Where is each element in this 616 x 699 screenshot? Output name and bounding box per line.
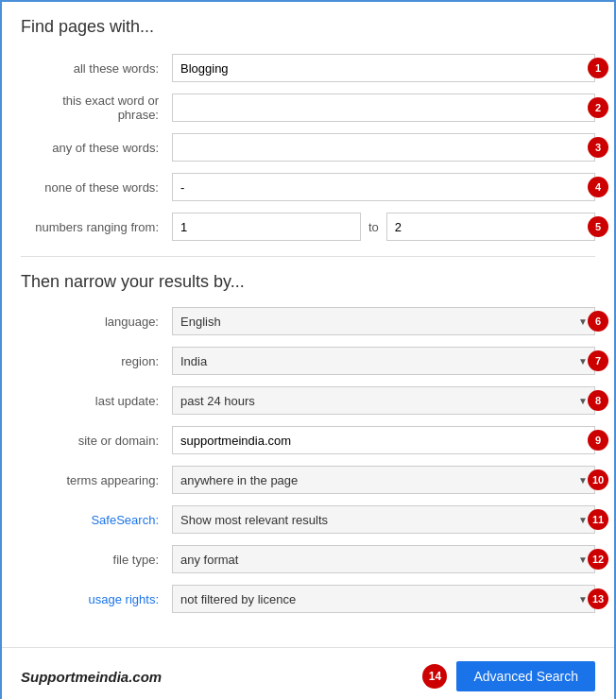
terms-appearing-label: terms appearing:: [21, 473, 172, 487]
file-type-row: file type: any format Adobe Acrobat PDF …: [21, 545, 595, 573]
safesearch-select-wrapper: Show most relevant results Filter explic…: [172, 505, 595, 534]
find-pages-title: Find pages with...: [21, 17, 595, 37]
footer: Supportmeindia.com 14 Advanced Search: [2, 647, 614, 699]
file-type-select-wrapper: any format Adobe Acrobat PDF (.pdf) Adob…: [172, 545, 595, 573]
exact-word-label: this exact word or phrase:: [21, 94, 172, 122]
range-to-wrapper: 5: [386, 213, 595, 241]
usage-rights-label[interactable]: usage rights:: [21, 592, 172, 606]
region-select[interactable]: India any region United States: [172, 347, 595, 375]
any-of-these-row: any of these words: 3: [21, 133, 595, 162]
all-these-words-wrapper: 1: [172, 54, 595, 82]
range-to-label: to: [368, 220, 379, 234]
narrow-results-title: Then narrow your results by...: [21, 272, 595, 292]
all-these-words-label: all these words:: [21, 61, 172, 76]
numbers-range-label: numbers ranging from:: [21, 220, 172, 234]
site-domain-wrapper: 9: [172, 426, 595, 454]
exact-word-input[interactable]: [172, 94, 595, 122]
safesearch-select[interactable]: Show most relevant results Filter explic…: [172, 505, 595, 534]
site-domain-row: site or domain: 9: [21, 426, 595, 454]
terms-appearing-row: terms appearing: anywhere in the page in…: [21, 466, 595, 494]
range-from-input[interactable]: [172, 213, 361, 241]
usage-rights-select[interactable]: not filtered by licence free to use or s…: [172, 585, 595, 613]
language-row: language: English any language Hindi ▼ 6: [21, 307, 595, 335]
last-update-row: last update: past 24 hours anytime past …: [21, 386, 595, 415]
none-of-these-input[interactable]: [172, 173, 595, 201]
all-these-words-row: all these words: 1: [21, 54, 595, 82]
footer-right: 14 Advanced Search: [422, 661, 595, 691]
language-select-wrapper: English any language Hindi ▼ 6: [172, 307, 595, 335]
safesearch-row: SafeSearch: Show most relevant results F…: [21, 505, 595, 534]
usage-rights-row: usage rights: not filtered by licence fr…: [21, 585, 595, 613]
region-select-wrapper: India any region United States ▼ 7: [172, 347, 595, 375]
section-divider: [21, 256, 595, 257]
exact-word-row: this exact word or phrase: 2: [21, 94, 595, 122]
advanced-search-button[interactable]: Advanced Search: [456, 661, 595, 691]
range-from-wrapper: [172, 213, 361, 241]
last-update-select[interactable]: past 24 hours anytime past week past mon…: [172, 386, 595, 415]
language-label: language:: [21, 315, 172, 329]
any-of-these-label: any of these words:: [21, 141, 172, 155]
site-domain-input[interactable]: [172, 426, 595, 454]
terms-appearing-select-wrapper: anywhere in the page in the title of the…: [172, 466, 595, 494]
safesearch-label[interactable]: SafeSearch:: [21, 513, 172, 527]
language-select[interactable]: English any language Hindi: [172, 307, 595, 335]
terms-appearing-select[interactable]: anywhere in the page in the title of the…: [172, 466, 595, 494]
none-of-these-label: none of these words:: [21, 180, 172, 195]
exact-word-wrapper: 2: [172, 94, 595, 122]
region-row: region: India any region United States ▼…: [21, 347, 595, 375]
badge-14: 14: [422, 664, 447, 689]
numbers-range-row: numbers ranging from: to 5: [21, 213, 595, 241]
none-of-these-wrapper: 4: [172, 173, 595, 201]
any-of-these-input[interactable]: [172, 133, 595, 162]
file-type-select[interactable]: any format Adobe Acrobat PDF (.pdf) Adob…: [172, 545, 595, 573]
last-update-select-wrapper: past 24 hours anytime past week past mon…: [172, 386, 595, 415]
range-to-input[interactable]: [386, 213, 595, 241]
all-these-words-input[interactable]: [172, 54, 595, 82]
file-type-label: file type:: [21, 553, 172, 567]
last-update-label: last update:: [21, 394, 172, 408]
usage-rights-select-wrapper: not filtered by licence free to use or s…: [172, 585, 595, 613]
none-of-these-row: none of these words: 4: [21, 173, 595, 201]
brand-label: Supportmeindia.com: [21, 669, 162, 685]
site-domain-label: site or domain:: [21, 434, 172, 448]
region-label: region:: [21, 354, 172, 368]
any-of-these-wrapper: 3: [172, 133, 595, 162]
